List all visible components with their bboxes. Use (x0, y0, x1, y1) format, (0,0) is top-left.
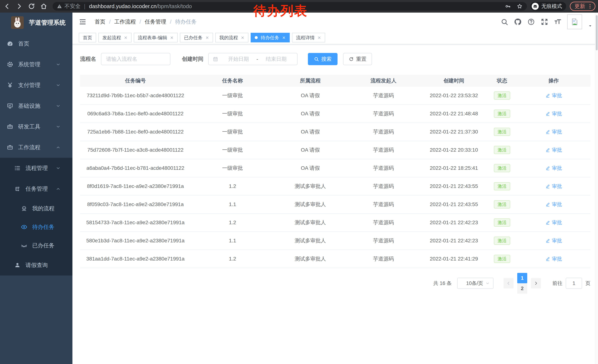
bookmark-star-icon[interactable] (516, 3, 523, 9)
page-size-select[interactable]: 10条/页 (457, 278, 493, 289)
approve-link[interactable]: 审批 (545, 201, 562, 208)
col-process: 所属流程 (274, 77, 346, 84)
cell-created: 2022-01-22 20:33:10 (421, 147, 487, 153)
incognito-icon (532, 3, 539, 10)
status-badge: 激活 (494, 164, 510, 172)
prev-page-button[interactable] (504, 278, 514, 289)
close-icon[interactable] (124, 36, 127, 40)
briefcase-icon (7, 144, 13, 151)
flow-icon (14, 186, 21, 192)
next-page-button[interactable] (531, 278, 541, 289)
help-icon[interactable] (527, 18, 535, 26)
approve-link[interactable]: 审批 (545, 110, 562, 117)
pencil-icon (545, 220, 550, 225)
approve-link[interactable]: 审批 (545, 219, 562, 226)
status-badge: 激活 (494, 110, 510, 118)
date-range-picker[interactable]: 开始日期 - 结束日期 (208, 53, 298, 65)
close-icon[interactable] (282, 36, 286, 40)
approve-link[interactable]: 审批 (545, 92, 562, 99)
tab-3[interactable]: 已办任务 (180, 33, 213, 42)
tab-0[interactable]: 首页 (79, 33, 96, 42)
approve-link-label: 审批 (552, 147, 562, 153)
magnifier-icon (314, 57, 319, 62)
approve-link-label: 审批 (552, 165, 562, 171)
table-row: 73211d9d-7b9b-11ec-b5b7-acde48001122一级审批… (80, 87, 590, 105)
close-icon[interactable] (241, 36, 244, 40)
search-icon[interactable] (500, 18, 508, 26)
sidebar-item-1[interactable]: 系统管理 (0, 54, 72, 75)
cell-task-name: 一级审批 (191, 128, 274, 135)
tab-6[interactable]: 流程详情 (292, 33, 325, 42)
goto-page-input[interactable] (566, 278, 582, 289)
sidebar-item-7[interactable]: 任务管理 (0, 178, 72, 199)
page-button-1[interactable]: 1 (517, 273, 527, 283)
forward-icon[interactable] (15, 2, 23, 10)
cell-task-name: 一级审批 (191, 165, 274, 172)
approve-link[interactable]: 审批 (545, 147, 562, 153)
scrollbar-track[interactable] (595, 13, 598, 364)
reload-icon[interactable] (27, 2, 36, 10)
key-icon[interactable] (505, 3, 511, 9)
close-icon[interactable] (206, 36, 209, 40)
cell-process: 测试多审批人 (274, 219, 346, 226)
github-icon[interactable] (514, 18, 522, 26)
sidebar-item-0[interactable]: 首页 (0, 33, 72, 54)
tab-2[interactable]: 流程表单-编辑 (134, 33, 178, 42)
sidebar-item-6[interactable]: 流程管理 (0, 158, 72, 178)
cell-task-id: 73211d9d-7b9b-11ec-b5b7-acde48001122 (80, 93, 191, 98)
reset-button[interactable]: 重置 (343, 53, 372, 65)
gear-icon (7, 61, 13, 68)
cell-task-name: 1.2 (191, 256, 274, 262)
end-date-placeholder[interactable]: 结束日期 (259, 56, 293, 63)
sidebar-item-11[interactable]: 请假查询 (0, 255, 72, 275)
avatar-caret-icon[interactable] (588, 24, 592, 29)
sidebar-collapse-icon[interactable] (79, 18, 86, 26)
approve-link[interactable]: 审批 (545, 129, 562, 135)
content: 流程名 创建时间 开始日期 - 结束日期 搜索 重置 (72, 44, 598, 364)
home-icon[interactable] (40, 2, 48, 10)
tab-5[interactable]: 待办任务 (251, 33, 290, 42)
approve-link[interactable]: 审批 (545, 256, 562, 262)
cell-task-name: 1.1 (191, 238, 274, 244)
avatar[interactable] (567, 15, 582, 29)
breadcrumb-workflow[interactable]: 工作流程 (114, 18, 136, 25)
approve-link[interactable]: 审批 (545, 183, 562, 190)
sidebar-item-4[interactable]: 研发工具 (0, 116, 72, 137)
chevron-up-icon (56, 145, 61, 150)
filter-row: 流程名 创建时间 开始日期 - 结束日期 搜索 重置 (80, 53, 590, 65)
browser-menu-icon[interactable] (587, 3, 593, 9)
url-path: /bpm/task/todo (157, 3, 192, 9)
breadcrumb-home[interactable]: 首页 (95, 18, 105, 25)
browser-update-button[interactable]: 更新 (570, 2, 595, 11)
table-row: 381aa1dd-7ac8-11ec-a9e2-a2380e71991a1.2测… (80, 250, 590, 268)
sidebar-item-2[interactable]: 支付管理 (0, 75, 72, 96)
sidebar-item-3[interactable]: 基础设施 (0, 96, 72, 116)
sidebar-item-10[interactable]: 已办任务 (0, 236, 72, 255)
search-button[interactable]: 搜索 (308, 53, 338, 65)
breadcrumb-task-management[interactable]: 任务管理 (145, 18, 166, 25)
cell-process: 测试多审批人 (274, 201, 346, 208)
scrollbar-thumb[interactable] (596, 15, 598, 50)
sidebar-item-5[interactable]: 工作流程 (0, 137, 72, 158)
sidebar-item-8[interactable]: 我的流程 (0, 199, 72, 218)
cell-initiator: 芋道源码 (346, 128, 421, 135)
process-name-label: 流程名 (80, 55, 96, 63)
approve-link[interactable]: 审批 (545, 165, 562, 171)
fullscreen-icon[interactable] (540, 18, 548, 26)
close-icon[interactable] (317, 36, 321, 40)
cell-initiator: 芋道源码 (346, 183, 421, 190)
cell-task-id: 58154733-7ac8-11ec-a9e2-a2380e71991a (80, 219, 191, 226)
cell-process: OA 请假 (274, 110, 346, 117)
process-name-input[interactable] (101, 53, 170, 65)
tab-4[interactable]: 我的流程 (215, 33, 249, 42)
font-size-icon[interactable] (554, 18, 562, 26)
page-button-2[interactable]: 2 (517, 283, 527, 294)
start-date-placeholder[interactable]: 开始日期 (222, 56, 255, 63)
tab-bar: 首页发起流程流程表单-编辑已办任务我的流程待办任务流程详情 (72, 31, 598, 44)
app-logo-row: 芋道管理系统 (0, 13, 72, 32)
close-icon[interactable] (170, 36, 174, 40)
sidebar-item-9[interactable]: 待办任务 (0, 218, 72, 236)
tab-1[interactable]: 发起流程 (98, 33, 132, 42)
approve-link[interactable]: 审批 (545, 237, 562, 244)
back-icon[interactable] (3, 2, 11, 10)
